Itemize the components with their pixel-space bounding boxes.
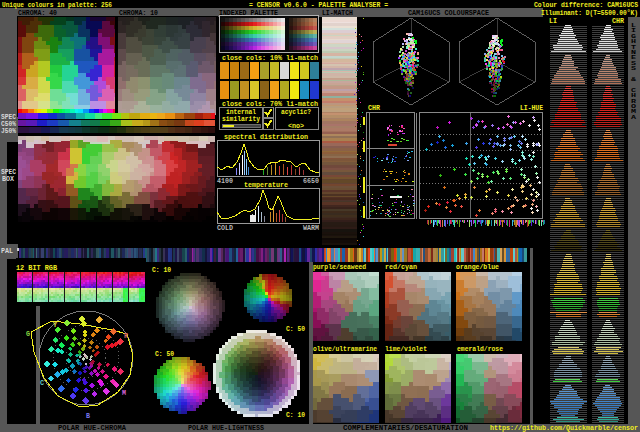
svg-text:C: 10: C: 10: [152, 266, 171, 274]
svg-text:close cols: 10% li-match: close cols: 10% li-match: [222, 54, 318, 62]
svg-text:COLD: COLD: [217, 224, 233, 232]
svg-text:= CENSOR v0.6.0 - PALETTE ANAL: = CENSOR v0.6.0 - PALETTE ANALYSER =: [249, 1, 388, 9]
svg-text:similarity: similarity: [222, 115, 261, 123]
svg-text:G: G: [26, 330, 30, 338]
svg-text:close cols: 70% li-match: close cols: 70% li-match: [222, 100, 318, 108]
svg-text:CAM16UCS COLOURSPACE: CAM16UCS COLOURSPACE: [408, 9, 489, 17]
svg-text:&: &: [631, 76, 637, 83]
svg-text:olive/ultramarine: olive/ultramarine: [313, 345, 377, 353]
svg-text:purple/seaweed: purple/seaweed: [313, 263, 366, 271]
svg-text:6650: 6650: [303, 177, 319, 185]
svg-text:lime/violet: lime/violet: [385, 345, 427, 353]
svg-text:CHROMA: 40: CHROMA: 40: [18, 9, 57, 17]
svg-text:C: C: [40, 379, 44, 387]
svg-text:C: 50: C: 50: [286, 325, 305, 333]
svg-text:<no>: <no>: [288, 122, 304, 130]
svg-text:12 BIT RGB: 12 BIT RGB: [16, 264, 58, 272]
svg-text:A: A: [631, 114, 637, 121]
svg-text:emerald/rose: emerald/rose: [457, 345, 503, 353]
svg-text:S: S: [631, 65, 637, 72]
svg-text:https://github.com/Quickmarble: https://github.com/Quickmarble/censor: [490, 424, 638, 432]
svg-text:orange/blue: orange/blue: [456, 263, 499, 271]
svg-text:C: 10: C: 10: [286, 411, 305, 419]
svg-text:4100: 4100: [217, 177, 233, 185]
svg-text:PAL: PAL: [1, 247, 13, 255]
svg-text:C: 50: C: 50: [155, 350, 174, 358]
svg-text:spectral distribution: spectral distribution: [224, 133, 308, 141]
svg-text:CHR: CHR: [368, 104, 381, 112]
svg-text:WARM: WARM: [303, 224, 319, 232]
svg-text:BOX: BOX: [2, 175, 15, 183]
svg-text:Illuminant: D(T=5500.00°K): Illuminant: D(T=5500.00°K): [541, 9, 638, 17]
svg-text:POLAR HUE-CHROMA: POLAR HUE-CHROMA: [58, 424, 127, 432]
svg-text:LI-HUE: LI-HUE: [520, 104, 543, 112]
svg-text:temperature: temperature: [244, 181, 288, 189]
svg-text:J50%: J50%: [1, 127, 17, 135]
svg-text:COMPLEMENTARIES/DESATURATION: COMPLEMENTARIES/DESATURATION: [343, 424, 468, 432]
svg-text:LI: LI: [549, 17, 557, 25]
svg-text:Colour difference: CAM16UCS: Colour difference: CAM16UCS: [534, 1, 638, 9]
svg-text:Unique colours in palette: 256: Unique colours in palette: 256: [2, 1, 112, 9]
svg-text:LI-MATCH: LI-MATCH: [322, 9, 353, 17]
svg-text:acyclic?: acyclic?: [281, 108, 311, 116]
svg-text:POLAR HUE-LIGHTNESS: POLAR HUE-LIGHTNESS: [188, 424, 264, 432]
svg-text:M: M: [122, 389, 126, 397]
svg-text:CHROMA: 10: CHROMA: 10: [119, 9, 158, 17]
svg-text:CHR: CHR: [612, 17, 625, 25]
svg-text:red/cyan: red/cyan: [385, 263, 417, 271]
